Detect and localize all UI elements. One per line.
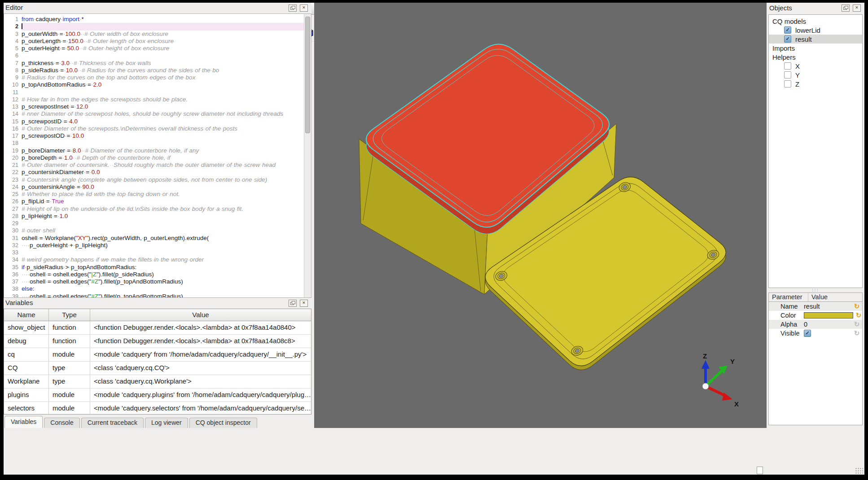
code-line-28[interactable]: 28p_lipHeight·=·1.0 <box>4 213 304 220</box>
float-panel-icon[interactable] <box>289 300 297 307</box>
column-header-value[interactable]: Value <box>90 309 311 321</box>
code-line-19[interactable]: 19p_boreDiameter·=·8.0··#·Diameter·of·th… <box>4 147 304 154</box>
parameter-row-visible[interactable]: Visible✓↺ <box>769 329 862 338</box>
code-line-30[interactable]: 30#·outer·shell <box>4 227 304 234</box>
code-line-31[interactable]: 31oshell·=·Workplane("XY").rect(p_outerW… <box>4 235 304 242</box>
float-panel-icon[interactable] <box>842 4 850 12</box>
table-row[interactable]: show_objectfunction<function Debugger.re… <box>4 321 311 335</box>
code-line-18[interactable]: 18 <box>4 140 304 147</box>
tree-group-cq-models[interactable]: CQ models <box>769 17 862 26</box>
code-line-4[interactable]: 4p_outerLength·=·150.0··#·Outer·length·o… <box>4 38 304 45</box>
float-panel-icon[interactable] <box>289 4 297 12</box>
tab-log-viewer[interactable]: Log viewer <box>145 418 188 428</box>
panel-toggle-button[interactable] <box>757 467 763 474</box>
tree-item-y[interactable]: Y <box>769 70 862 79</box>
parameter-row-name[interactable]: Nameresult↺ <box>769 302 862 311</box>
code-line-11[interactable]: 11 <box>4 89 304 96</box>
parameter-value[interactable]: 0 <box>804 321 851 328</box>
undo-icon[interactable]: ↺ <box>851 320 862 328</box>
tab-cq-object-inspector[interactable]: CQ object inspector <box>189 418 257 428</box>
tree-item-label: X <box>795 62 800 70</box>
column-header-name[interactable]: Name <box>4 309 49 321</box>
close-panel-icon[interactable]: ✕ <box>853 4 861 12</box>
code-line-25[interactable]: 25#·Whether·to·place·the·lid·with·the·to… <box>4 191 304 198</box>
code-line-9[interactable]: 9#·Radius·for·the·curves·on·the·top·and·… <box>4 74 304 81</box>
code-line-24[interactable]: 24p_countersinkAngle·=·90.0 <box>4 183 304 191</box>
axis-z-label: Z <box>703 352 707 360</box>
code-line-10[interactable]: 10p_topAndBottomRadius·=·2.0 <box>4 81 304 88</box>
table-row[interactable]: cqmodule<module 'cadquery' from '/home/a… <box>4 348 311 362</box>
parameter-row-color[interactable]: Color↺ <box>769 311 862 320</box>
tab-variables[interactable]: Variables <box>4 416 43 428</box>
code-line-1[interactable]: 1from·cadquery·import·* <box>4 16 304 23</box>
visibility-checkbox[interactable]: ✓ <box>784 35 791 43</box>
objects-panel-title: Objects <box>769 4 792 12</box>
column-header-type[interactable]: Type <box>49 309 90 321</box>
table-row[interactable]: debugfunction<function Debugger.render.<… <box>4 335 311 348</box>
code-line-35[interactable]: 35if·p_sideRadius·>·p_topAndBottomRadius… <box>4 264 304 271</box>
code-line-38[interactable]: 38else: <box>4 285 304 292</box>
visibility-checkbox[interactable] <box>784 80 791 87</box>
code-line-5[interactable]: 5p_outerHeight·=·50.0··#·Outer·height·of… <box>4 45 304 52</box>
undo-icon[interactable]: ↺ <box>851 302 862 310</box>
code-line-39[interactable]: 39····oshell·=·oshell.edges("#Z").fillet… <box>4 293 304 298</box>
visibility-checkbox[interactable] <box>784 62 791 70</box>
table-row[interactable]: pluginsmodule<module 'cadquery.plugins' … <box>4 388 311 402</box>
code-line-8[interactable]: 8p_sideRadius·=·10.0··#·Radius·for·the·c… <box>4 67 304 74</box>
color-swatch[interactable] <box>804 312 853 319</box>
tab-current-traceback[interactable]: Current traceback <box>81 418 144 428</box>
code-line-23[interactable]: 23#·Countersink·angle·(complete·angle·be… <box>4 176 304 183</box>
code-line-14[interactable]: 14#·nner·Diameter·of·the·screwpost·holes… <box>4 110 304 118</box>
visibility-checkbox[interactable]: ✓ <box>784 26 791 34</box>
close-panel-icon[interactable]: ✕ <box>300 300 308 307</box>
code-line-7[interactable]: 7p_thickness·=·3.0··#·Thickness·of·the·b… <box>4 60 304 67</box>
code-line-16[interactable]: 16#·Outer·Diameter·of·the·screwposts.\nD… <box>4 125 304 132</box>
parameter-row-alpha[interactable]: Alpha0↺ <box>769 320 862 329</box>
visible-checkbox[interactable]: ✓ <box>804 330 811 337</box>
panel-splitter[interactable]: ······ <box>767 288 864 292</box>
code-line-17[interactable]: 17p_screwpostOD·=·10.0 <box>4 132 304 140</box>
code-line-12[interactable]: 12#·How·far·in·from·the·edges·the·screwp… <box>4 96 304 103</box>
table-row[interactable]: Workplanetype<class 'cadquery.cq.Workpla… <box>4 375 311 388</box>
visibility-checkbox[interactable] <box>784 71 791 79</box>
code-line-15[interactable]: 15p_screwpostID·=·4.0 <box>4 118 304 125</box>
parameter-value[interactable]: result <box>804 303 851 310</box>
code-line-2[interactable]: 2 <box>4 23 304 30</box>
code-line-33[interactable]: 33 <box>4 249 304 256</box>
code-line-3[interactable]: 3p_outerWidth·=·100.0··#·Outer·width·of·… <box>4 31 304 38</box>
close-panel-icon[interactable]: ✕ <box>300 4 308 12</box>
code-line-27[interactable]: 27#·Height·of·lip·on·the·underside·of·th… <box>4 205 304 213</box>
resize-grip[interactable] <box>855 467 863 474</box>
tree-item-z[interactable]: Z <box>769 79 862 88</box>
tab-console[interactable]: Console <box>44 418 79 428</box>
variable-value: <class 'cadquery.cq.Workplane'> <box>90 375 311 388</box>
editor-vertical-scrollbar[interactable] <box>304 14 311 297</box>
line-number: 16 <box>4 125 22 132</box>
code-line-32[interactable]: 32····p_outerHeight·+·p_lipHeight) <box>4 242 304 249</box>
tree-item-result[interactable]: ✓result <box>769 35 862 44</box>
tree-group-helpers[interactable]: Helpers <box>769 52 862 61</box>
code-line-6[interactable]: 6 <box>4 52 304 59</box>
line-number: 30 <box>4 227 22 234</box>
code-line-13[interactable]: 13p_screwpostInset·=·12.0 <box>4 103 304 110</box>
tree-item-x[interactable]: X <box>769 61 862 70</box>
tree-item-lowerlid[interactable]: ✓lowerLid <box>769 26 862 35</box>
scrollbar-thumb[interactable] <box>305 17 310 133</box>
undo-icon[interactable]: ↺ <box>851 329 862 337</box>
code-line-37[interactable]: 37····oshell·=·oshell.edges("#Z").fillet… <box>4 278 304 285</box>
3d-viewport[interactable]: Z Y X <box>314 3 767 428</box>
text-caret <box>22 23 22 29</box>
code-line-20[interactable]: 20p_boreDepth·=·1.0··#·Depth·of·the·coun… <box>4 154 304 161</box>
code-line-36[interactable]: 36····oshell·=·oshell.edges("|Z").fillet… <box>4 271 304 278</box>
code-line-22[interactable]: 22p_countersinkDiameter·=·0.0 <box>4 169 304 176</box>
app-window: cq CadQuery GUI (PyQT) − + × FileEditToo… <box>4 3 864 475</box>
code-line-34[interactable]: 34#·weird·geometry·happens·if·we·make·th… <box>4 256 304 263</box>
undo-icon[interactable]: ↺ <box>853 311 864 319</box>
table-row[interactable]: CQtype<class 'cadquery.cq.CQ'> <box>4 362 311 375</box>
code-line-26[interactable]: 26p_flipLid·=·True <box>4 198 304 205</box>
tree-group-imports[interactable]: Imports <box>769 44 862 52</box>
code-line-21[interactable]: 21#·Outer·diameter·of·countersink.··Shou… <box>4 161 304 169</box>
code-area[interactable]: 1from·cadquery·import·*23p_outerWidth·=·… <box>4 16 304 297</box>
table-row[interactable]: selectorsmodule<module 'cadquery.selecto… <box>4 402 311 415</box>
code-line-29[interactable]: 29 <box>4 220 304 227</box>
